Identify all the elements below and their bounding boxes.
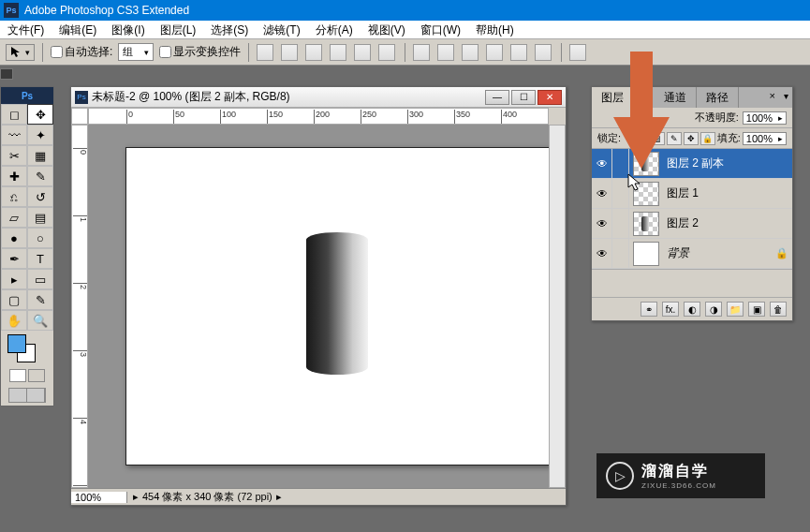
visibility-toggle[interactable]: 👁 xyxy=(592,149,612,178)
menu-view[interactable]: 视图(V) xyxy=(361,21,413,38)
layer-name[interactable]: 图层 1 xyxy=(663,185,792,201)
menu-layer[interactable]: 图层(L) xyxy=(153,21,204,38)
layer-style-button[interactable]: fx. xyxy=(662,302,679,317)
auto-select-checkbox[interactable] xyxy=(51,46,63,58)
gradient-tool[interactable]: ▤ xyxy=(27,207,53,228)
link-layers-button[interactable]: ⚭ xyxy=(641,302,657,317)
menu-analysis[interactable]: 分析(A) xyxy=(308,21,361,38)
menu-select[interactable]: 选择(S) xyxy=(203,21,256,38)
collapsed-palette-handle[interactable] xyxy=(0,68,13,80)
visibility-toggle[interactable]: 👁 xyxy=(592,179,612,208)
hand-tool[interactable]: ✋ xyxy=(1,310,27,331)
align-left-icon[interactable] xyxy=(330,44,346,61)
vertical-ruler[interactable]: 0 1 2 3 4 5 xyxy=(71,125,88,488)
link-cell[interactable] xyxy=(612,239,629,268)
crop-tool[interactable]: ✂ xyxy=(1,145,27,166)
ruler-origin[interactable] xyxy=(71,108,88,125)
history-brush-tool[interactable]: ↺ xyxy=(27,186,53,207)
blur-tool[interactable]: ● xyxy=(1,228,27,248)
distribute-top-icon[interactable] xyxy=(413,44,430,61)
layer-name[interactable]: 图层 2 副本 xyxy=(663,155,792,171)
document-titlebar[interactable]: Ps 未标题-2 @ 100% (图层 2 副本, RGB/8) — ☐ ✕ xyxy=(71,87,566,108)
maximize-button[interactable]: ☐ xyxy=(511,90,536,105)
panel-close-icon[interactable]: × xyxy=(770,90,775,101)
eraser-tool[interactable]: ▱ xyxy=(1,207,27,228)
zoom-tool[interactable]: 🔍 xyxy=(27,310,53,331)
menu-filter[interactable]: 滤镜(T) xyxy=(256,21,307,38)
layer-thumbnail[interactable] xyxy=(633,212,659,236)
vertical-scrollbar[interactable] xyxy=(549,125,566,488)
visibility-toggle[interactable]: 👁 xyxy=(592,239,612,268)
slice-tool[interactable]: ▦ xyxy=(27,145,53,166)
distribute-right-icon[interactable] xyxy=(535,44,552,61)
zoom-level-field[interactable]: 100% xyxy=(71,492,127,503)
distribute-left-icon[interactable] xyxy=(486,44,503,61)
tab-paths[interactable]: 路径 xyxy=(697,87,739,108)
close-button[interactable]: ✕ xyxy=(538,90,562,105)
marquee-tool[interactable]: ◻ xyxy=(1,104,27,125)
menu-help[interactable]: 帮助(H) xyxy=(468,21,522,38)
minimize-button[interactable]: — xyxy=(485,90,509,105)
pen-tool[interactable]: ✒ xyxy=(1,248,27,269)
lock-all-icon[interactable]: 🔒 xyxy=(700,132,715,145)
canvas-viewport[interactable] xyxy=(88,125,549,488)
adjustment-layer-button[interactable]: ◑ xyxy=(705,302,722,317)
menu-edit[interactable]: 编辑(E) xyxy=(52,21,104,38)
align-bottom-icon[interactable] xyxy=(305,44,322,61)
stamp-tool[interactable]: ⎌ xyxy=(1,186,27,207)
menu-image[interactable]: 图像(I) xyxy=(104,21,152,38)
document-info[interactable]: ▸ 454 像素 x 340 像素 (72 ppi) ▸ xyxy=(127,490,566,504)
layer-row[interactable]: 👁 图层 2 副本 xyxy=(592,149,792,179)
lock-transparency-icon[interactable]: ▨ xyxy=(650,132,665,145)
type-tool[interactable]: T xyxy=(27,248,53,269)
current-tool-display[interactable]: ▾ xyxy=(6,44,35,61)
canvas[interactable] xyxy=(125,147,549,466)
tab-layers[interactable]: 图层 xyxy=(592,87,634,108)
foreground-color-swatch[interactable] xyxy=(7,334,26,353)
auto-select-target-dropdown[interactable]: 组 ▾ xyxy=(118,43,154,61)
wand-tool[interactable]: ✦ xyxy=(27,125,53,145)
layer-name[interactable]: 图层 2 xyxy=(663,215,792,231)
layer-row[interactable]: 👁 背景 🔒 xyxy=(592,239,792,269)
distribute-bottom-icon[interactable] xyxy=(462,44,479,61)
lock-position-icon[interactable]: ✥ xyxy=(684,132,699,145)
layer-row[interactable]: 👁 图层 1 xyxy=(592,179,792,209)
quickmask-mode-icon[interactable] xyxy=(28,369,45,382)
layer-mask-button[interactable]: ◐ xyxy=(684,302,700,317)
dodge-tool[interactable]: ○ xyxy=(27,228,53,248)
distribute-vcenter-icon[interactable] xyxy=(437,44,454,61)
path-select-tool[interactable]: ▸ xyxy=(1,269,27,289)
auto-align-icon[interactable] xyxy=(569,44,586,61)
opacity-field[interactable]: 100% ▸ xyxy=(743,111,787,125)
tab-channels[interactable]: 通道 xyxy=(655,87,697,108)
layer-thumbnail[interactable] xyxy=(633,242,659,266)
align-right-icon[interactable] xyxy=(378,44,395,61)
notes-tool[interactable]: ▢ xyxy=(1,289,27,310)
link-cell[interactable] xyxy=(612,209,629,238)
lasso-tool[interactable]: 〰 xyxy=(1,125,27,145)
eyedropper-tool[interactable]: ✎ xyxy=(27,289,53,310)
shape-tool[interactable]: ▭ xyxy=(27,269,53,289)
layer-name[interactable]: 背景 xyxy=(663,245,775,261)
horizontal-ruler[interactable]: 0 50 100 150 200 250 300 350 400 450 xyxy=(88,108,549,125)
distribute-hcenter-icon[interactable] xyxy=(510,44,527,61)
delete-layer-button[interactable]: 🗑 xyxy=(770,302,787,317)
align-top-icon[interactable] xyxy=(257,44,273,61)
menu-window[interactable]: 窗口(W) xyxy=(413,21,468,38)
move-tool[interactable]: ✥ xyxy=(27,104,53,125)
new-layer-button[interactable]: ▣ xyxy=(748,302,765,317)
link-cell[interactable] xyxy=(612,149,629,178)
link-cell[interactable] xyxy=(612,179,629,208)
layer-row[interactable]: 👁 图层 2 xyxy=(592,209,792,239)
menu-file[interactable]: 文件(F) xyxy=(0,21,52,38)
panel-flyout-icon[interactable]: ▾ xyxy=(784,91,788,101)
align-hcenter-icon[interactable] xyxy=(354,44,371,61)
show-transform-checkbox[interactable] xyxy=(159,46,171,58)
brush-tool[interactable]: ✎ xyxy=(27,166,53,186)
fill-field[interactable]: 100% ▸ xyxy=(743,132,787,145)
screen-mode-button[interactable] xyxy=(8,388,46,403)
layer-thumbnail[interactable] xyxy=(633,182,659,206)
visibility-toggle[interactable]: 👁 xyxy=(592,209,612,238)
layer-thumbnail[interactable] xyxy=(633,152,659,176)
group-button[interactable]: 📁 xyxy=(727,302,744,317)
